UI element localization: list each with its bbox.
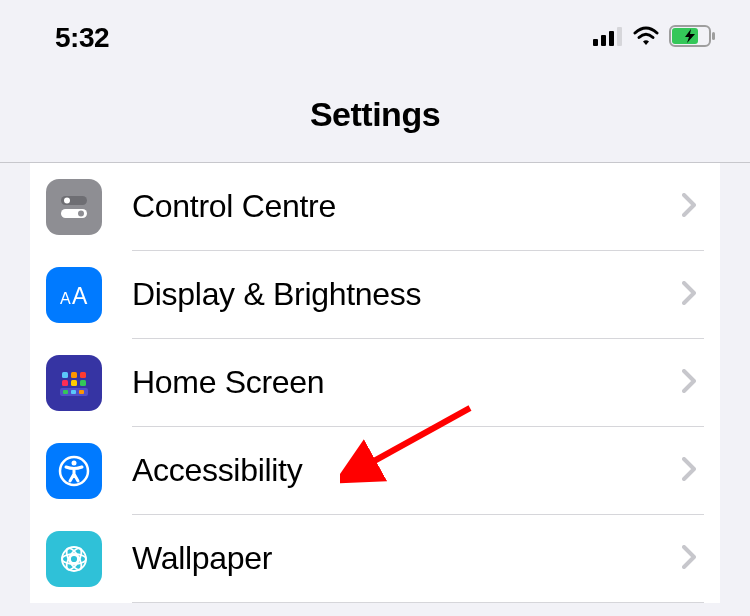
svg-rect-14 — [71, 372, 77, 378]
wallpaper-icon — [46, 531, 102, 587]
battery-charging-icon — [669, 25, 715, 51]
svg-rect-22 — [79, 390, 84, 394]
chevron-right-icon — [682, 369, 696, 397]
accessibility-icon — [46, 443, 102, 499]
svg-rect-0 — [593, 39, 598, 46]
wifi-icon — [631, 25, 661, 51]
svg-point-10 — [78, 211, 84, 217]
svg-rect-16 — [62, 380, 68, 386]
control-centre-icon — [46, 179, 102, 235]
cellular-signal-icon — [593, 26, 623, 50]
svg-point-24 — [72, 461, 77, 466]
chevron-right-icon — [682, 457, 696, 485]
svg-text:A: A — [60, 290, 71, 307]
chevron-right-icon — [682, 545, 696, 573]
page-title: Settings — [0, 95, 750, 134]
svg-rect-6 — [672, 28, 698, 44]
settings-item-control-centre[interactable]: Control Centre — [30, 163, 720, 251]
status-bar: 5:32 — [0, 0, 750, 65]
settings-item-wallpaper[interactable]: Wallpaper — [30, 515, 720, 603]
settings-item-label: Accessibility — [132, 452, 302, 489]
chevron-right-icon — [682, 281, 696, 309]
settings-item-label: Control Centre — [132, 188, 336, 225]
svg-text:A: A — [72, 283, 88, 309]
svg-rect-21 — [71, 390, 76, 394]
status-time: 5:32 — [55, 22, 109, 54]
settings-item-accessibility[interactable]: Accessibility — [30, 427, 720, 515]
svg-rect-5 — [712, 32, 715, 40]
header: Settings — [0, 65, 750, 163]
status-icons — [593, 25, 715, 51]
svg-rect-15 — [80, 372, 86, 378]
svg-rect-20 — [63, 390, 68, 394]
settings-item-label: Home Screen — [132, 364, 324, 401]
settings-item-label: Display & Brightness — [132, 276, 421, 313]
svg-rect-17 — [71, 380, 77, 386]
settings-item-home-screen[interactable]: Home Screen — [30, 339, 720, 427]
display-brightness-icon: A A — [46, 267, 102, 323]
svg-point-25 — [70, 555, 78, 563]
svg-rect-18 — [80, 380, 86, 386]
svg-point-8 — [64, 198, 70, 204]
settings-item-label: Wallpaper — [132, 540, 272, 577]
settings-list: Control Centre A A Display & Brightness — [30, 163, 720, 603]
svg-rect-1 — [601, 35, 606, 46]
settings-item-display-brightness[interactable]: A A Display & Brightness — [30, 251, 720, 339]
home-screen-icon — [46, 355, 102, 411]
svg-rect-13 — [62, 372, 68, 378]
svg-rect-2 — [609, 31, 614, 46]
svg-rect-3 — [617, 27, 622, 46]
chevron-right-icon — [682, 193, 696, 221]
